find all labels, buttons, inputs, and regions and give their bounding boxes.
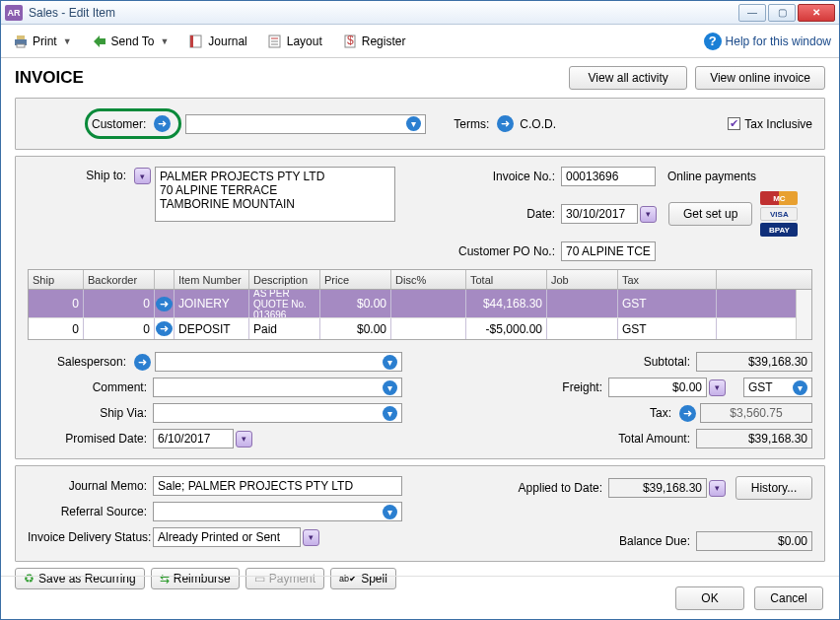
table-row[interactable]: 0 0 ➜ JOINERY AS PER QUOTE No. 013696 $0… [29,290,796,317]
help-link[interactable]: ? Help for this window [704,33,831,50]
app-icon: AR [5,5,23,21]
customer-dropdown-icon[interactable]: ▾ [406,116,421,131]
col-item-number[interactable]: Item Number [175,270,249,290]
cell-item[interactable]: DEPOSIT [175,318,249,339]
freight-tax-field[interactable]: GST▾ [743,378,812,397]
view-online-invoice-button[interactable]: View online invoice [695,66,825,90]
salesperson-field[interactable]: ▾ [155,352,402,372]
col-description[interactable]: Description [249,270,320,290]
customer-label: Customer: [92,117,152,131]
ship-via-field[interactable]: ▾ [153,403,402,423]
date-picker-button[interactable]: ▾ [640,206,657,223]
cell-total[interactable]: -$5,000.00 [466,318,547,339]
online-payments-label: Online payments [667,170,756,183]
cell-tax[interactable]: GST [618,290,717,317]
journal-memo-label: Journal Memo: [28,479,153,493]
cell-backorder[interactable]: 0 [84,318,155,339]
history-button[interactable]: History... [735,476,812,500]
date-field[interactable]: 30/10/2017 [561,204,638,224]
journal-button[interactable]: Journal [184,32,250,51]
customer-lookup-button[interactable]: ➜ [154,115,171,132]
table-row[interactable]: 0 0 ➜ DEPOSIT Paid $0.00 -$5,000.00 GST [29,317,796,339]
applied-dropdown[interactable]: ▾ [709,480,726,497]
print-button[interactable]: Print▼ [9,32,76,51]
delivery-status-field[interactable]: Already Printed or Sent [153,527,301,547]
cell-desc[interactable]: Paid [249,318,320,339]
journal-icon [188,34,204,49]
dropdown-icon[interactable]: ▾ [383,505,397,519]
svg-rect-2 [17,44,25,47]
promised-date-picker[interactable]: ▾ [236,431,252,448]
register-icon: $ [342,34,358,49]
col-job[interactable]: Job [547,270,618,290]
get-set-up-button[interactable]: Get set up [668,202,752,226]
invoice-no-field[interactable]: 00013696 [561,167,656,186]
dropdown-icon[interactable]: ▾ [793,380,807,395]
referral-source-field[interactable]: ▾ [153,502,402,521]
tax-lookup-button[interactable]: ➜ [679,405,696,422]
salesperson-lookup-button[interactable]: ➜ [134,354,151,371]
col-price[interactable]: Price [320,270,391,290]
dropdown-icon[interactable]: ▾ [383,406,397,421]
close-button[interactable]: ✕ [798,4,835,22]
cell-ship[interactable]: 0 [29,318,84,339]
cell-ship[interactable]: 0 [29,290,84,317]
visa-icon: VISA [760,207,798,221]
promised-date-field[interactable]: 6/10/2017 [153,429,234,448]
cell-job[interactable] [547,318,618,339]
date-label: Date: [443,207,561,221]
col-backorder[interactable]: Backorder [84,270,155,290]
terms-lookup-button[interactable]: ➜ [497,115,514,132]
ok-button[interactable]: OK [675,586,744,610]
tax-inclusive-checkbox[interactable] [728,117,740,130]
layout-button[interactable]: Layout [263,32,326,51]
dropdown-icon[interactable]: ▾ [383,380,397,395]
cell-price[interactable]: $0.00 [320,290,391,317]
svg-rect-1 [17,35,25,39]
panel-lower: Journal Memo: Sale; PALMER PROJECTS PTY … [15,465,825,562]
table-scrollbar[interactable] [796,290,811,339]
cell-disc[interactable] [391,290,466,317]
comment-field[interactable]: ▾ [153,378,402,397]
view-activity-button[interactable]: View all activity [569,66,687,90]
freight-label: Freight: [432,380,608,394]
cell-backorder[interactable]: 0 [84,290,155,317]
salesperson-label: Salesperson: [28,355,132,369]
col-tax[interactable]: Tax [618,270,717,290]
main-toolbar: Print▼ Send To▼ Journal Layout $ Registe… [1,25,839,58]
cell-desc[interactable]: AS PER QUOTE No. 013696 [249,290,320,317]
maximize-button[interactable]: ▢ [768,4,796,22]
ship-to-dropdown-button[interactable]: ▾ [134,168,151,184]
cell-item[interactable]: JOINERY [175,290,249,317]
customer-field[interactable]: ▾ [185,114,426,134]
caret-icon: ▼ [63,36,72,46]
cell-job[interactable] [547,290,618,317]
send-to-button[interactable]: Send To▼ [88,32,174,51]
register-button[interactable]: $ Register [338,32,410,51]
cell-price[interactable]: $0.00 [320,318,391,339]
cancel-button[interactable]: Cancel [754,586,823,610]
freight-dropdown[interactable]: ▾ [709,379,726,396]
promised-date-label: Promised Date: [28,432,153,446]
caret-icon: ▼ [160,36,169,46]
ship-to-address[interactable]: PALMER PROJECTS PTY LTD 70 ALPINE TERRAC… [155,167,395,222]
window-title: Sales - Edit Item [29,6,738,20]
dropdown-icon[interactable]: ▾ [383,355,397,370]
layout-icon [267,34,283,49]
send-to-label: Send To [111,34,155,48]
col-total[interactable]: Total [466,270,547,290]
freight-field[interactable]: $0.00 [608,378,707,397]
help-icon: ? [704,33,722,50]
cell-tax[interactable]: GST [618,318,717,339]
col-disc[interactable]: Disc% [391,270,466,290]
delivery-status-dropdown[interactable]: ▾ [303,529,319,546]
minimize-button[interactable]: — [738,4,766,22]
row-lookup-button[interactable]: ➜ [156,321,173,336]
col-ship[interactable]: Ship [29,270,84,290]
cell-total[interactable]: $44,168.30 [466,290,547,317]
row-lookup-button[interactable]: ➜ [156,297,173,311]
customer-po-field[interactable]: 70 ALPINE TCE [561,241,656,261]
journal-memo-field[interactable]: Sale; PALMER PROJECTS PTY LTD [153,476,402,496]
cell-disc[interactable] [391,318,466,339]
tax-value: $3,560.75 [700,403,812,423]
